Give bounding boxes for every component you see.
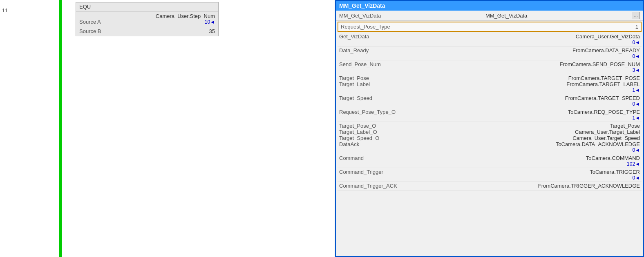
right-header-title: MM_Get_VizData: [339, 2, 640, 9]
source-a-sub: 10◄: [205, 19, 215, 25]
row-target-group: Target_Pose_O Target_Label_O Target_Spee…: [338, 122, 642, 154]
browse-button[interactable]: ...: [632, 12, 640, 19]
highlighted-value: 1: [635, 24, 638, 30]
subheader-right: MM_Get_VizData: [485, 13, 527, 19]
row-request-pose-type-o: Request_Pose_Type_O ToCamera.REQ_POSE_TY…: [338, 108, 642, 122]
row-target-speed: Target_Speed FromCamera.TARGET_SPEED 0◄: [338, 94, 642, 108]
equ-block: EQU Source A Camera_User.Step_Num 10◄ So…: [76, 2, 219, 36]
source-a-label: Source A: [79, 19, 101, 25]
right-panel: MM_Get_VizData MM_Get_VizData MM_Get_Viz…: [335, 0, 644, 257]
row-target-pose-label: Target_Pose Target_Label FromCamera.TARG…: [338, 74, 642, 94]
subheader-left: MM_Get_VizData: [339, 13, 381, 19]
row-command-trigger-ack: Command_Trigger_ACK FromCamera.TRIGGER_A…: [338, 182, 642, 191]
source-b-value: 35: [209, 28, 215, 34]
highlighted-label: Request_Pose_Type: [341, 24, 390, 30]
row-command-trigger: Command_Trigger ToCamera.TRIGGER 0◄: [338, 168, 642, 182]
source-a-values: Camera_User.Step_Num 10◄: [156, 13, 215, 25]
source-a-value: Camera_User.Step_Num: [156, 13, 215, 19]
source-b-row: Source B 35: [76, 27, 218, 36]
row-send-pose-num: Send_Pose_Num FromCamera.SEND_POSE_NUM 3…: [338, 60, 642, 74]
row-data-ready: Data_Ready FromCamera.DATA_READY 0◄: [338, 47, 642, 60]
right-subheader: MM_Get_VizData MM_Get_VizData ...: [336, 11, 643, 21]
right-header: MM_Get_VizData: [336, 1, 643, 11]
left-panel: 11 EQU Source A Camera_User.Step_Num 10◄…: [0, 0, 335, 257]
data-rows: Get_VizData Camera_User.Get_VizData 0◄ D…: [336, 33, 643, 191]
line-number: 11: [2, 7, 8, 13]
row-command: Command ToCamera.COMMAND 102◄: [338, 154, 642, 168]
source-b-label: Source B: [79, 28, 101, 34]
green-bar: [59, 0, 62, 257]
source-a-row: Source A Camera_User.Step_Num 10◄: [76, 11, 218, 27]
highlighted-row: Request_Pose_Type 1: [338, 22, 642, 32]
row-get-vizdata: Get_VizData Camera_User.Get_VizData 0◄: [338, 33, 642, 47]
equ-header: EQU: [76, 2, 218, 11]
